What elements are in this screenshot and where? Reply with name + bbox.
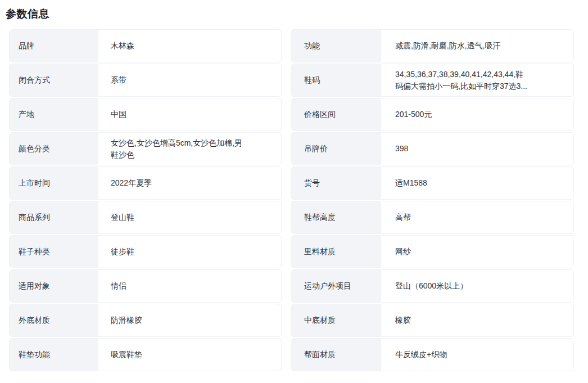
param-label: 货号 xyxy=(291,167,381,199)
param-value: 木林森 xyxy=(98,30,281,62)
param-card: 鞋帮高度 高帮 xyxy=(291,201,574,234)
param-card: 适用对象 情侣 xyxy=(9,269,282,303)
param-card: 货号 适M1588 xyxy=(291,166,574,200)
param-value: 系带 xyxy=(98,64,281,96)
param-card: 价格区间 201-500元 xyxy=(291,98,574,131)
param-row: 鞋子种类 徒步鞋 里料材质 网纱 xyxy=(9,235,574,268)
param-row: 适用对象 情侣 运动户外项目 登山（6000米以上） xyxy=(9,269,574,303)
param-label: 里料材质 xyxy=(291,236,381,268)
param-value: 吸震鞋垫 xyxy=(98,339,281,371)
param-value: 适M1588 xyxy=(381,167,573,199)
param-value: 网纱 xyxy=(381,236,573,268)
param-value: 防滑橡胶 xyxy=(98,304,281,336)
param-row: 颜色分类 女沙色,女沙色增高5cm,女沙色加棉,男 鞋沙色 吊牌价 398 xyxy=(9,132,574,165)
param-value: 徒步鞋 xyxy=(98,236,281,268)
param-card: 商品系列 登山鞋 xyxy=(9,201,282,234)
param-value: 情侣 xyxy=(98,270,281,302)
param-row: 鞋垫功能 吸震鞋垫 帮面材质 牛反绒皮+织物 xyxy=(9,338,574,371)
param-card: 颜色分类 女沙色,女沙色增高5cm,女沙色加棉,男 鞋沙色 xyxy=(9,132,282,165)
param-label: 产地 xyxy=(10,98,98,130)
param-value: 橡胶 xyxy=(381,304,573,336)
param-row: 闭合方式 系带 鞋码 34,35,36,37,38,39,40,41,42,43… xyxy=(9,64,574,97)
param-value: 201-500元 xyxy=(381,98,573,130)
param-value: 牛反绒皮+织物 xyxy=(381,339,573,371)
param-label: 上市时间 xyxy=(10,167,98,199)
param-row: 上市时间 2022年夏季 货号 适M1588 xyxy=(9,166,574,200)
param-label: 中底材质 xyxy=(291,304,381,336)
param-label: 品牌 xyxy=(10,30,98,62)
param-card: 里料材质 网纱 xyxy=(291,235,574,268)
param-label: 价格区间 xyxy=(291,98,381,130)
param-card: 闭合方式 系带 xyxy=(9,64,282,97)
param-label: 功能 xyxy=(291,30,381,62)
param-label: 颜色分类 xyxy=(10,133,98,165)
param-row: 商品系列 登山鞋 鞋帮高度 高帮 xyxy=(9,201,574,234)
param-value: 女沙色,女沙色增高5cm,女沙色加棉,男 鞋沙色 xyxy=(98,133,281,165)
param-card: 功能 减震,防滑,耐磨,防水,透气,吸汗 xyxy=(291,29,574,62)
param-value: 高帮 xyxy=(381,201,573,233)
param-label: 鞋垫功能 xyxy=(10,339,98,371)
param-card: 上市时间 2022年夏季 xyxy=(9,166,282,200)
param-card: 吊牌价 398 xyxy=(291,132,574,165)
param-label: 商品系列 xyxy=(10,201,98,233)
param-card: 产地 中国 xyxy=(9,98,282,131)
param-value: 中国 xyxy=(98,98,281,130)
param-card: 鞋子种类 徒步鞋 xyxy=(9,235,282,268)
param-card: 外底材质 防滑橡胶 xyxy=(9,304,282,337)
param-card: 中底材质 橡胶 xyxy=(291,304,574,337)
param-card: 鞋码 34,35,36,37,38,39,40,41,42,43,44,鞋 码偏… xyxy=(291,64,574,97)
param-card: 帮面材质 牛反绒皮+织物 xyxy=(291,338,574,371)
param-label: 外底材质 xyxy=(10,304,98,336)
param-value: 2022年夏季 xyxy=(98,167,281,199)
param-value: 登山鞋 xyxy=(98,201,281,233)
param-label: 鞋帮高度 xyxy=(291,201,381,233)
page-title: 参数信息 xyxy=(6,8,588,20)
param-row: 外底材质 防滑橡胶 中底材质 橡胶 xyxy=(9,304,574,337)
param-value: 34,35,36,37,38,39,40,41,42,43,44,鞋 码偏大需拍… xyxy=(381,64,573,96)
param-label: 鞋码 xyxy=(291,64,381,96)
param-card: 品牌 木林森 xyxy=(9,29,282,62)
param-label: 闭合方式 xyxy=(10,64,98,96)
param-row: 产地 中国 价格区间 201-500元 xyxy=(9,98,574,131)
param-value: 减震,防滑,耐磨,防水,透气,吸汗 xyxy=(381,30,573,62)
param-row: 品牌 木林森 功能 减震,防滑,耐磨,防水,透气,吸汗 xyxy=(9,29,574,62)
param-label: 帮面材质 xyxy=(291,339,381,371)
param-card: 鞋垫功能 吸震鞋垫 xyxy=(9,338,282,371)
param-label: 吊牌价 xyxy=(291,133,381,165)
param-label: 鞋子种类 xyxy=(10,236,98,268)
param-label: 适用对象 xyxy=(10,270,98,302)
param-value: 登山（6000米以上） xyxy=(381,270,573,302)
param-card: 运动户外项目 登山（6000米以上） xyxy=(291,269,574,303)
param-value: 398 xyxy=(381,133,573,165)
param-label: 运动户外项目 xyxy=(291,270,381,302)
params-table: 品牌 木林森 功能 减震,防滑,耐磨,防水,透气,吸汗 闭合方式 系带 鞋码 3… xyxy=(9,29,574,371)
